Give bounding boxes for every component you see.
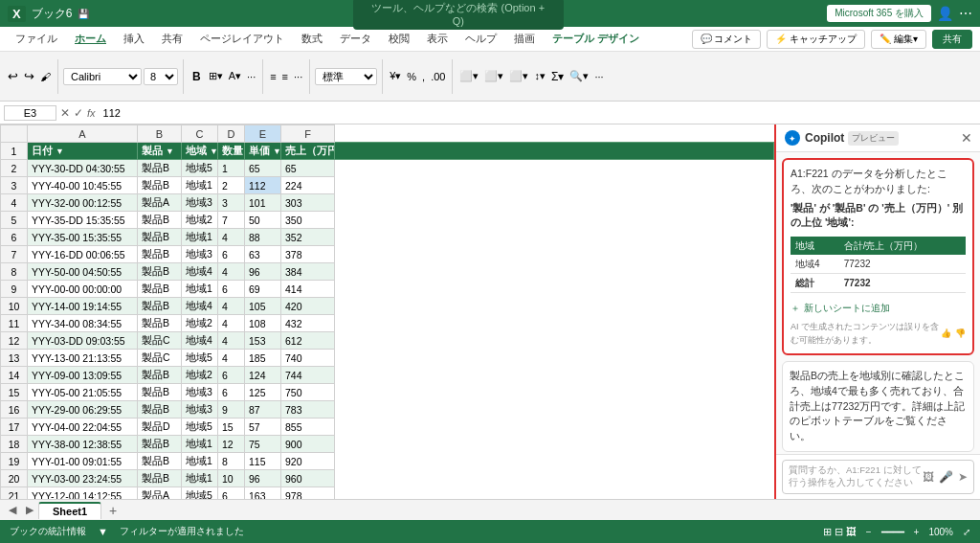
cell[interactable]: 96 (245, 470, 281, 487)
cell[interactable]: 115 (245, 453, 281, 470)
cell[interactable]: 750 (281, 384, 335, 401)
cell[interactable]: 製品B (138, 453, 182, 470)
cell[interactable]: 384 (281, 263, 335, 281)
redo-button[interactable]: ↪ (22, 67, 36, 85)
cell[interactable]: 432 (281, 315, 335, 332)
bold-button[interactable]: B (189, 68, 205, 85)
cell[interactable]: 960 (281, 470, 335, 487)
cell[interactable]: 地域3 (182, 384, 218, 401)
cell[interactable]: 125 (245, 384, 281, 401)
cell[interactable]: YYY-34-00 08:34:55 (28, 315, 138, 332)
currency-button[interactable]: ¥▾ (388, 68, 403, 84)
cell[interactable]: YYY-29-00 06:29:55 (28, 401, 138, 419)
cell[interactable]: YYY-38-00 12:38:55 (28, 436, 138, 453)
cell[interactable]: 地域2 (182, 315, 218, 332)
cell[interactable]: 224 (281, 177, 335, 194)
cell[interactable]: YYY-09-00 13:09:55 (28, 367, 138, 384)
table-row[interactable]: 19YYY-01-00 09:01:55製品B地域18115920 (1, 453, 774, 470)
cell[interactable]: YYY-00-00 00:00:00 (28, 281, 138, 298)
cell[interactable]: 57 (245, 419, 281, 436)
cell[interactable]: 製品B (138, 384, 182, 401)
fit-page-button[interactable]: ⤢ (963, 527, 970, 537)
table-row[interactable]: 15YYY-05-00 21:05:55製品B地域36125750 (1, 384, 774, 401)
percent-button[interactable]: % (405, 69, 418, 84)
cell[interactable]: 65 (281, 160, 335, 177)
cell[interactable]: 4 (218, 350, 245, 367)
align-more-button[interactable]: ··· (292, 69, 304, 84)
cell[interactable]: 352 (281, 229, 335, 246)
table-row[interactable]: 18YYY-38-00 12:38:55製品B地域11275900 (1, 436, 774, 453)
cell[interactable]: YYY-16-DD 00:06:55 (28, 246, 138, 263)
cell[interactable]: 4 (218, 263, 245, 281)
search-bar[interactable]: ツール、ヘルプなどの検索 (Option + Q) (353, 0, 564, 30)
image-icon[interactable]: 🖼 (923, 470, 934, 484)
font-size-select[interactable]: 8 (144, 68, 178, 85)
menu-item-formulas[interactable]: 数式 (294, 30, 330, 48)
share-button[interactable]: 共有 (932, 30, 972, 49)
cell[interactable]: 153 (245, 332, 281, 350)
cell[interactable]: 製品B (138, 177, 182, 194)
cell[interactable]: 303 (281, 194, 335, 212)
sheet-nav-right[interactable]: ▶ (21, 502, 38, 518)
thumbup-icon[interactable]: 👍 (941, 328, 951, 341)
cell[interactable]: YYY-35-00 15:35:55 (28, 229, 138, 246)
cell[interactable]: 9 (218, 401, 245, 419)
table-row[interactable]: 21YYY-12-00 14:12:55製品A地域56163978 (1, 487, 774, 500)
col-header-E[interactable]: E (245, 125, 281, 143)
cell[interactable]: 製品B (138, 315, 182, 332)
table-row[interactable]: 5YYY-35-DD 15:35:55製品B地域2750350 (1, 212, 774, 229)
menu-item-pagelayout[interactable]: ページレイアウト (192, 30, 292, 48)
cell[interactable]: YYY-14-00 19:14:55 (28, 298, 138, 315)
table-row[interactable]: 13YYY-13-00 21:13:55製品C地域54185740 (1, 350, 774, 367)
sheet-tab-sheet1[interactable]: Sheet1 (38, 502, 101, 519)
cell[interactable]: 855 (281, 419, 335, 436)
buy-button[interactable]: Microsoft 365 を購入 (827, 5, 931, 22)
cell[interactable]: 地域1 (182, 177, 218, 194)
cell[interactable]: YYY-04-00 22:04:55 (28, 419, 138, 436)
cell[interactable]: YYY-13-00 21:13:55 (28, 350, 138, 367)
cell[interactable]: 4 (218, 315, 245, 332)
table-row[interactable]: 20YYY-03-00 23:24:55製品B地域11096960 (1, 470, 774, 487)
cell[interactable]: 414 (281, 281, 335, 298)
cell[interactable]: 地域3 (182, 194, 218, 212)
comma-button[interactable]: , (420, 69, 427, 84)
col-header-D[interactable]: D (218, 125, 245, 143)
cell[interactable]: YYY-01-00 09:01:55 (28, 453, 138, 470)
sigma-btn[interactable]: Σ▾ (549, 68, 566, 85)
cell[interactable]: 地域3 (182, 246, 218, 263)
cell[interactable]: 6 (218, 384, 245, 401)
cell[interactable]: 108 (245, 315, 281, 332)
menu-item-data[interactable]: データ (332, 30, 379, 48)
cell[interactable]: 4 (218, 229, 245, 246)
cell-reference-input[interactable] (4, 105, 56, 121)
format-btn[interactable]: ⬜▾ (507, 68, 530, 84)
cell[interactable]: 地域1 (182, 453, 218, 470)
cell[interactable]: 製品B (138, 263, 182, 281)
table-row[interactable]: 8YYY-50-00 04:50:55製品B地域4496384 (1, 263, 774, 281)
cell[interactable]: 製品C (138, 350, 182, 367)
cell[interactable]: 地域1 (182, 229, 218, 246)
sort-btn[interactable]: ↕▾ (532, 68, 547, 84)
cell[interactable]: 製品B (138, 281, 182, 298)
zoom-plus-button[interactable]: + (914, 527, 920, 537)
align-center-button[interactable]: ≡ (280, 69, 290, 84)
menu-item-tabledesign[interactable]: テーブル デザイン (545, 30, 647, 48)
cell[interactable]: 4 (218, 298, 245, 315)
table-row[interactable]: 3YYY-40-00 10:45:55製品B地域12112224 (1, 177, 774, 194)
cell[interactable]: 63 (245, 246, 281, 263)
table-row[interactable]: 12YYY-03-DD 09:03:55製品C地域44153612 (1, 332, 774, 350)
cell[interactable]: 製品A (138, 487, 182, 500)
send-icon[interactable]: ➤ (958, 470, 968, 484)
more-icon[interactable]: ⋯ (959, 6, 972, 21)
cell[interactable]: 978 (281, 487, 335, 500)
menu-item-view[interactable]: 表示 (419, 30, 456, 48)
cell[interactable]: 12 (218, 436, 245, 453)
cell[interactable]: YYY-50-00 04:50:55 (28, 263, 138, 281)
close-icon[interactable]: ✕ (961, 130, 972, 146)
cell[interactable]: 製品B (138, 229, 182, 246)
grid-button[interactable]: ⊞▾ (207, 68, 225, 84)
zoom-slider[interactable]: ━━━━ (881, 527, 904, 537)
cell[interactable]: 350 (281, 212, 335, 229)
cell[interactable]: 96 (245, 263, 281, 281)
insert-btn[interactable]: ⬜▾ (457, 68, 480, 84)
